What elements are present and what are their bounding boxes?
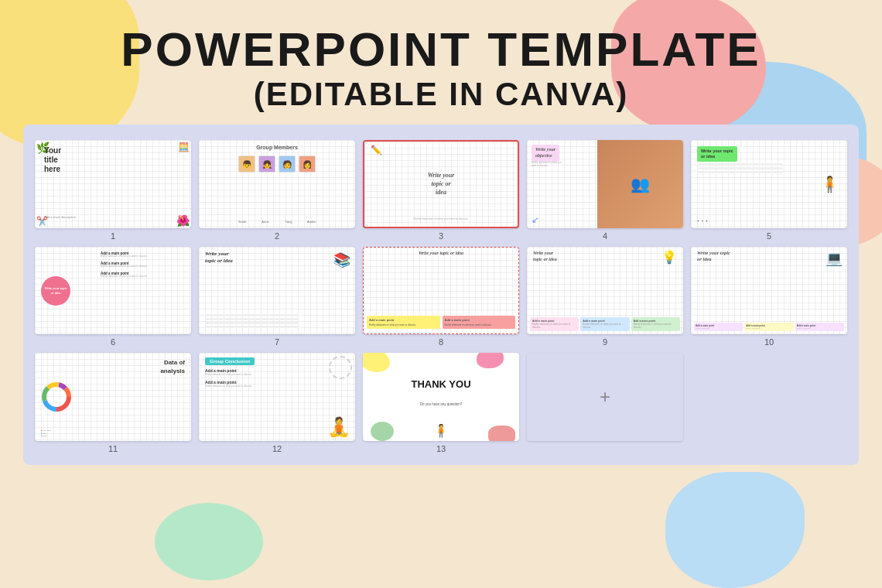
pt-1 [205, 314, 299, 316]
slide-1[interactable]: 🌿 🧮 🌺 ✂️ Yourtitlehere Add a short descr… [35, 140, 191, 228]
card-yellow-text: Briefly elaborate on what you want to di… [369, 323, 438, 326]
slide-number-7: 7 [275, 337, 279, 347]
slide-wrapper-1: 🌿 🧮 🌺 ✂️ Yourtitlehere Add a short descr… [35, 140, 191, 241]
slide-9[interactable]: Write yourtopic or idea 💡 Add a main poi… [527, 247, 683, 335]
slide-wrapper-10: Write your topicor idea 💻 Add a main poi… [691, 247, 847, 347]
slide-wrapper-8: Write your topic or idea Add a main poin… [363, 247, 519, 347]
member-name-1: Smith [231, 220, 253, 224]
row-spacer [35, 241, 847, 247]
slide-3[interactable]: ✏️ Write yourtopic oridea Briefly elabor… [363, 140, 519, 228]
col2-text: Briefly elaborate on what you want to di… [583, 323, 627, 330]
slide-6[interactable]: Write your topic or idea Add a main poin… [35, 247, 191, 335]
slide-wrapper-6: Write your topic or idea Add a main poin… [35, 247, 191, 347]
grid-bg [199, 140, 355, 228]
slide4-photo: 👥 [597, 140, 683, 228]
slide11-pie [41, 381, 72, 412]
names-row: Smith Anne Yang Amber [202, 220, 352, 224]
slide8-cards: Add a main point Briefly elaborate on wh… [367, 316, 515, 329]
card-pink-text: Briefly elaborate on what you want to di… [445, 323, 514, 326]
slide-number-13: 13 [436, 444, 446, 453]
pt12-text1: Briefly elaborate on what you want to di… [205, 374, 291, 377]
text-line-1 [697, 163, 783, 166]
slide-4[interactable]: Write yourobjective 👥 ↙ Briefly elaborat… [527, 140, 683, 228]
smcol1-text: Briefly elaborate. [696, 327, 741, 330]
slide-wrapper-13: THANK YOU Do you have any question? 🧍 13 [363, 353, 519, 453]
slide7-points [205, 314, 299, 330]
col3-text: Briefly elaborate on what you want to di… [634, 323, 678, 330]
pt12-text2: Briefly elaborate on what you want to di… [205, 385, 291, 388]
slide13-figure: 🧍 [433, 423, 449, 438]
slide-wrapper-2: Group Members 👦 👧 🧑 👩 Smith Anne Yang Am… [199, 140, 355, 241]
slide-2[interactable]: Group Members 👦 👧 🧑 👩 Smith Anne Yang Am… [199, 140, 355, 228]
page-title: POWERPOINT TEMPLATE [15, 23, 867, 76]
col-1: Add a main point Briefly elaborate on wh… [530, 317, 579, 332]
smcol-1: Add a main point Briefly elaborate. [694, 323, 743, 331]
slide9-cols: Add a main point Briefly elaborate on wh… [530, 317, 680, 332]
slide-number-12: 12 [272, 444, 282, 453]
slide12-figure: 🧘 [327, 416, 350, 438]
slide-7[interactable]: Write yourtopic or idea 📚 [199, 247, 355, 335]
slide11-title: Data ofanalysis [160, 359, 185, 375]
slide-8[interactable]: Write your topic or idea Add a main poin… [363, 247, 519, 335]
slide-wrapper-4: Write yourobjective 👥 ↙ Briefly elaborat… [527, 140, 683, 241]
blob-pink [477, 353, 504, 368]
slide5-figure: 🧍 [818, 143, 841, 225]
slide7-books: 📚 [333, 251, 350, 268]
slide4-textbox: Write yourobjective [532, 145, 559, 162]
slide-number-11: 11 [108, 444, 118, 453]
slide-wrapper-9: Write yourtopic or idea 💡 Add a main poi… [527, 247, 683, 347]
slide11-labels: ■ very hard ■ hard ■ good [41, 429, 51, 438]
member-name-3: Yang [278, 220, 299, 224]
slides-container: 🌿 🧮 🌺 ✂️ Yourtitlehere Add a short descr… [23, 125, 859, 465]
slide5-texts [697, 163, 783, 175]
blob-green [371, 422, 394, 441]
member-photo-1: 👦 [238, 156, 255, 173]
card-yellow-title: Add a main point [369, 318, 438, 322]
slide3-content: Write yourtopic oridea [428, 171, 455, 197]
slide1-subtitle: Add a short description [44, 215, 76, 219]
slide-13[interactable]: THANK YOU Do you have any question? 🧍 [363, 353, 519, 441]
slide-add[interactable]: + [527, 353, 683, 441]
blob-red [488, 426, 515, 441]
slide9-bulb: 💡 [662, 250, 677, 265]
point-3: Add a main point Briefly elaborate on wh… [101, 272, 186, 279]
row-spacer2 [35, 347, 847, 353]
member-photo-4: 👩 [299, 156, 316, 173]
point-text-1: Briefly elaborate on what you want to di… [101, 255, 186, 258]
slide-wrapper-11: Data ofanalysis ■ very hard ■ hard [35, 353, 191, 453]
members-row: 👦 👧 🧑 👩 [205, 156, 349, 173]
pt-4 [205, 326, 299, 328]
slide-wrapper-add: + 0 [527, 353, 683, 453]
slide4-arrow: ↙ [532, 214, 539, 225]
point-2: Add a main point Briefly elaborate on wh… [101, 262, 186, 268]
slides-grid-row1: 🌿 🧮 🌺 ✂️ Yourtitlehere Add a short descr… [35, 140, 847, 241]
slide3-small: Briefly elaborate on what you want to di… [413, 217, 468, 220]
slide5-deco: · · · [697, 217, 708, 225]
slide-number-6: 6 [111, 337, 115, 347]
slide8-title: Write your topic or idea [419, 251, 463, 255]
slide-11[interactable]: Data ofanalysis ■ very hard ■ hard [35, 353, 191, 441]
slides-grid-row3: Data ofanalysis ■ very hard ■ hard [35, 353, 847, 453]
slide-number-4: 4 [603, 231, 607, 241]
text-line-2 [697, 167, 783, 169]
slide-10[interactable]: Write your topicor idea 💻 Add a main poi… [691, 247, 847, 335]
slide13-subtitle: Do you have any question? [420, 402, 463, 406]
card-pink: Add a main point Briefly elaborate on wh… [443, 316, 516, 329]
bg-blob-green [155, 503, 263, 580]
page-subtitle: (EDITABLE IN CANVA) [15, 76, 867, 113]
slide9-title: Write yourtopic or idea [533, 251, 557, 263]
point-text-3: Briefly elaborate on what you want to di… [101, 275, 186, 279]
slide2-title: Group Members [256, 145, 298, 150]
header: POWERPOINT TEMPLATE (EDITABLE IN CANVA) [0, 0, 882, 125]
slide-wrapper-5: Write your topicor idea 🧍 · · · 5 [691, 140, 847, 241]
point-1: Add a main point Briefly elaborate on wh… [101, 251, 186, 258]
slide-number-8: 8 [439, 337, 443, 347]
slide1-title: Yourtitlehere [44, 146, 61, 174]
slide-5[interactable]: Write your topicor idea 🧍 · · · [691, 140, 847, 228]
add-icon: + [600, 386, 610, 408]
slide-wrapper-3: ✏️ Write yourtopic oridea Briefly elabor… [363, 140, 519, 241]
deco-tr: 🧮 [178, 142, 190, 152]
slide-12[interactable]: Group Conclusion Add a main point Briefl… [199, 353, 355, 441]
slide-number-1: 1 [111, 231, 115, 241]
slide-number-3: 3 [439, 231, 443, 241]
